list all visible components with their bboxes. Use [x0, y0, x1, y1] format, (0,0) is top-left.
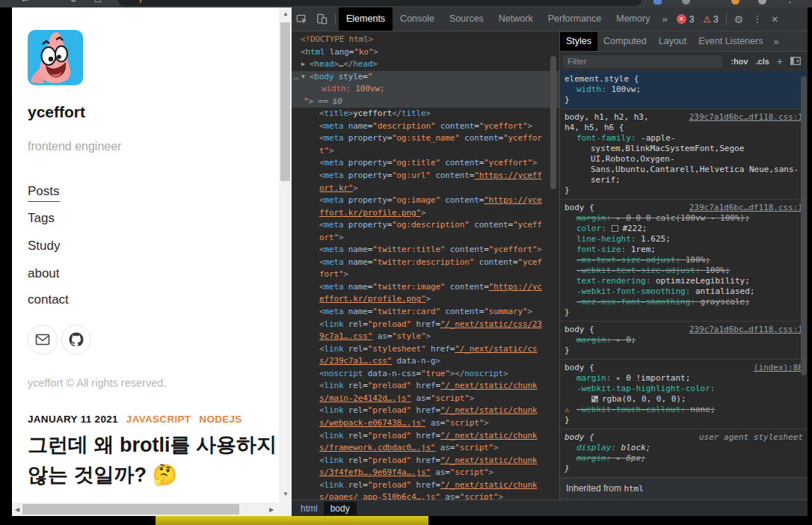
css-selector[interactable]: h4, h5, h6 {	[565, 123, 802, 133]
scroll-right-icon[interactable]: ▶	[269, 506, 274, 513]
elements-tree-row[interactable]: "> == $0	[292, 96, 559, 108]
css-property[interactable]: -webkit-tap-highlight-color: rgba(0, 0, …	[576, 384, 802, 405]
sidebar-tab-computed[interactable]: Computed	[597, 32, 653, 51]
elements-tree-row[interactable]: <meta name="twitter:image" content="http…	[292, 281, 559, 294]
css-selector[interactable]: element.style {	[565, 74, 802, 85]
css-rule[interactable]: user agent stylesheetbody {display: bloc…	[560, 429, 808, 478]
scroll-up-icon[interactable]: ▲	[283, 10, 289, 17]
device-toolbar-icon[interactable]	[312, 13, 332, 25]
sidebar-item-study[interactable]: Study	[28, 239, 60, 254]
breadcrumb-html[interactable]: html	[298, 503, 321, 514]
elements-tree-row[interactable]: <meta property="og:url" content="https:/…	[292, 170, 559, 182]
elements-tree-row[interactable]: <link rel="preload" href="/_next/static/…	[292, 479, 559, 492]
color-swatch[interactable]	[591, 396, 598, 402]
page-vertical-scrollbar[interactable]: ▲ ▼	[279, 7, 292, 516]
elements-tree-row[interactable]: <link rel="preload" href="/_next/static/…	[292, 405, 559, 417]
css-property[interactable]: ⚠-webkit-touch-callout: none;	[576, 405, 802, 415]
css-rule[interactable]: 239c7a1d6bc…df118.css:1body, h1, h2, h3,…	[560, 109, 808, 200]
elements-tree-row[interactable]: s/webpack-e067438….js" as="script">	[292, 417, 559, 430]
elements-tree-row[interactable]: s/3f4fefb….9e69f4a….js" as="script">	[292, 467, 559, 479]
new-style-rule-button[interactable]: +	[773, 55, 787, 67]
elements-tree-row[interactable]: ort">	[292, 232, 559, 245]
elements-tree-row[interactable]: <meta name="twitter:title" content="ycef…	[292, 244, 559, 257]
elements-tree-row[interactable]: <link rel="preload" href="/_next/static/…	[292, 380, 559, 393]
post-tag-javascript[interactable]: JAVASCRIPT	[126, 414, 191, 425]
post-title[interactable]: 그런데 왜 brotli를 사용하지 않는 것일까? 🤔	[28, 430, 288, 490]
breadcrumb-body[interactable]: body	[324, 502, 357, 515]
css-property[interactable]: -moz-osx-font-smoothing: grayscale;	[576, 297, 802, 307]
elements-tree-row[interactable]: <!DOCTYPE html>	[292, 34, 559, 46]
css-rule[interactable]: element.style {width: 100vw;}	[560, 71, 808, 109]
elements-tree-row[interactable]: s/239c7a1….css" data-n-g>	[292, 355, 559, 368]
horizontal-scroll-thumb[interactable]	[22, 504, 239, 515]
address-bar[interactable]: y	[118, 0, 642, 6]
elements-tree-row[interactable]: …▼<body style="	[292, 71, 559, 84]
css-property[interactable]: text-rendering: optimizeLegibility;	[576, 276, 802, 286]
mail-button[interactable]	[28, 325, 58, 354]
class-toggle-button[interactable]: .cls	[751, 57, 772, 66]
styles-scroll-thumb[interactable]	[801, 76, 807, 375]
site-title[interactable]: yceffort	[28, 103, 85, 121]
css-property[interactable]: display: block;	[576, 443, 802, 453]
css-property[interactable]: margin: ▸ 0 0 0 calc(100vw - 100%);	[576, 213, 802, 224]
stylesheet-link[interactable]: user agent stylesheet	[699, 432, 803, 443]
settings-gear-icon[interactable]: ⚙	[730, 13, 748, 25]
sidebar-item-about[interactable]: about	[28, 266, 60, 281]
extension-blue-icon[interactable]	[653, 0, 662, 4]
devtools-tab-memory[interactable]: Memory	[609, 7, 657, 31]
css-property[interactable]: margin: ▸ 8px;	[576, 453, 802, 464]
elements-tree-row[interactable]: <meta name="twitter:description" content…	[292, 257, 559, 269]
color-swatch[interactable]	[612, 225, 618, 232]
devtools-menu-icon[interactable]: ⋮	[748, 13, 766, 25]
bookmark-icon[interactable]: □	[95, 0, 101, 4]
puzzle-icon[interactable]	[682, 0, 690, 4]
sidebar-item-posts[interactable]: Posts	[28, 184, 60, 202]
profile-avatar[interactable]	[758, 0, 766, 4]
toggle-sidebar-icon[interactable]	[787, 57, 805, 67]
menu-dots-icon[interactable]: ⋮	[785, 0, 795, 4]
pseudo-state-button[interactable]: :hov	[727, 57, 751, 66]
css-property[interactable]: -webkit-text-size-adjust: 100%;	[576, 265, 802, 276]
reload-icon[interactable]: ⟳	[70, 0, 79, 4]
css-property[interactable]: margin: ▸ 0;	[576, 335, 802, 346]
devtools-tab-performance[interactable]: Performance	[541, 7, 609, 31]
scroll-left-icon[interactable]: ◀	[15, 506, 19, 513]
devtools-tab-sources[interactable]: Sources	[442, 7, 491, 31]
css-rule[interactable]: (index):88body {margin: ▸ 0 !important;-…	[560, 360, 808, 429]
css-property[interactable]: width: 100vw;	[576, 85, 802, 95]
css-property[interactable]: -webkit-font-smoothing: antialiased;	[576, 286, 802, 297]
error-badge[interactable]: ✕ 3	[672, 14, 699, 25]
post-tag-nodejs[interactable]: NODEJS	[199, 414, 242, 425]
css-property[interactable]: -ms-text-size-adjust: 100%;	[576, 255, 802, 265]
elements-tree-row[interactable]: <meta property="og:site_name" content="y…	[292, 132, 559, 145]
stylesheet-link[interactable]: 239c7a1d6bc…df118.css:1	[689, 203, 803, 213]
stylesheet-link[interactable]: 239c7a1d6bc…df118.css:1	[689, 325, 803, 335]
back-icon[interactable]: ←	[20, 0, 30, 4]
sidebar-tab-event-listeners[interactable]: Event Listeners	[692, 32, 769, 51]
elements-tree-row[interactable]: <meta property="og:description" content=…	[292, 219, 559, 232]
styles-filter-input[interactable]: Filter	[563, 55, 722, 68]
elements-tree-row[interactable]: <link rel="stylesheet" href="/_next/stat…	[292, 343, 559, 356]
devtools-tab-elements[interactable]: Elements	[339, 7, 393, 31]
elements-tree-row[interactable]: <link rel="preload" href="/_next/static/…	[292, 455, 559, 467]
sidebar-tab-styles[interactable]: Styles	[560, 32, 597, 51]
elements-tree-row[interactable]: 9c7a1….css" as="style">	[292, 331, 559, 343]
scroll-down-icon[interactable]: ▼	[283, 491, 289, 497]
extension-orange-icon[interactable]	[731, 0, 739, 4]
stylesheet-link[interactable]: 239c7a1d6bc…df118.css:1	[689, 112, 803, 123]
elements-tree-row[interactable]: effort.kr/profile.png">	[292, 293, 559, 306]
elements-tree-row[interactable]: width: 100vw;	[292, 83, 559, 96]
avatar[interactable]	[28, 30, 83, 85]
elements-tree-row[interactable]: ffort.kr/profile.png">	[292, 207, 559, 220]
css-property[interactable]: margin: ▸ 0 !important;	[576, 373, 802, 384]
stylesheet-link[interactable]: (index):88	[754, 363, 803, 373]
vertical-scroll-thumb[interactable]	[280, 22, 290, 181]
warning-badge[interactable]: ⚠ 3	[698, 14, 722, 25]
more-sidebar-tabs-icon[interactable]: »	[769, 36, 783, 47]
elements-tree-row[interactable]: <link rel="preload" href="/_next/static/…	[292, 319, 559, 331]
elements-tree-row[interactable]: <meta name="twitter:card" content="summa…	[292, 306, 559, 319]
css-rule[interactable]: 239c7a1d6bc…df118.css:1body {margin: ▸ 0…	[560, 200, 808, 322]
close-devtools-icon[interactable]: ✕	[766, 14, 786, 25]
elements-tree-row[interactable]: <meta property="og:image" content="https…	[292, 194, 559, 207]
css-property[interactable]: font-family: -apple-system,BlinkMacSyste…	[576, 133, 802, 185]
